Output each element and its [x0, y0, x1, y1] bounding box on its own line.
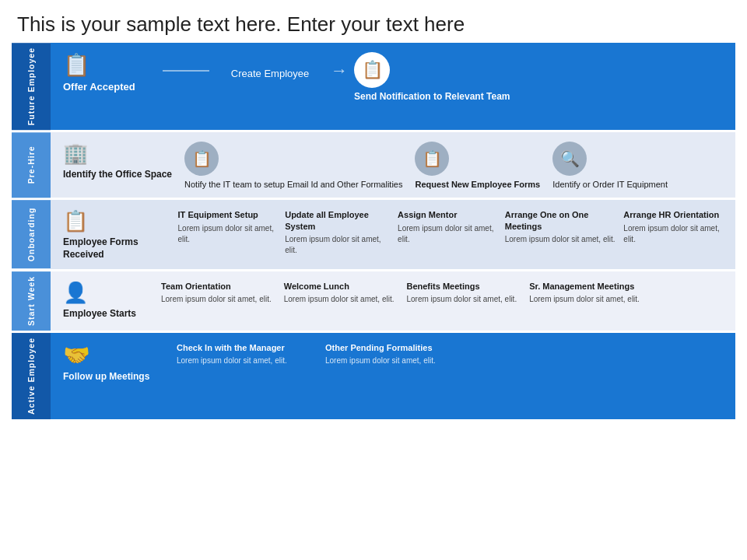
cell-update-system: Update all Employee System Lorem ipsum d…: [285, 209, 390, 256]
assign-mentor-body: Lorem ipsum dolor sit amet, elit.: [398, 223, 497, 245]
identify-order-icon: 🔍: [552, 142, 587, 176]
row-active-employee: Active Employee 🤝 Follow up Meetings Che…: [12, 333, 735, 419]
row-onboarding: Onboarding 📋 Employee Forms Received IT …: [12, 200, 735, 271]
check-in-manager-title: Check In with the Manager: [177, 342, 285, 353]
sr-management-title: Sr. Management Meetings: [529, 281, 634, 292]
body-onboarding: 📋 Employee Forms Received IT Equipment S…: [51, 200, 735, 268]
offer-accepted-icon: 📋: [63, 52, 90, 78]
cell-employee-starts: 👤 Employee Starts: [63, 281, 149, 320]
offer-accepted-title: Offer Accepted: [63, 81, 135, 93]
cell-create-employee: Create Employee: [216, 52, 324, 82]
welcome-lunch-body: Lorem ipsum dolor sit amet, elit.: [284, 294, 395, 305]
cell-request-forms: 📋 Request New Employee Forms: [415, 142, 540, 190]
other-pending-title: Other Pending Formalities: [325, 342, 433, 353]
create-employee-title: Create Employee: [231, 68, 309, 79]
label-onboarding: Onboarding: [12, 200, 51, 268]
cell-other-pending: Other Pending Formalities Lorem ipsum do…: [325, 342, 461, 366]
label-pre-hire: Pre-Hire: [12, 132, 51, 198]
arrange-hr-body: Lorem ipsum dolor sit amet, elit.: [623, 223, 723, 245]
assign-mentor-title: Assign Mentor: [398, 209, 457, 220]
body-pre-hire: 🏢 Identify the Office Space 📋 Notify the…: [51, 132, 735, 198]
cell-send-notification: 📋 Send Notification to Relevant Team: [354, 52, 510, 103]
page-title: This is your sample text here. Enter you…: [0, 0, 747, 43]
cell-offer-accepted: 📋 Offer Accepted: [63, 52, 156, 93]
arrange-meetings-title: Arrange One on One Meetings: [505, 209, 616, 232]
body-future-employee: 📋 Offer Accepted Create Employee → 📋 Sen…: [51, 43, 735, 130]
request-forms-icon: 📋: [415, 142, 449, 176]
label-future-employee: Future Employee: [12, 43, 51, 130]
team-orientation-title: Team Orientation: [161, 281, 231, 292]
cell-welcome-lunch: Welcome Lunch Lorem ipsum dolor sit amet…: [284, 281, 395, 305]
cell-follow-up-meetings: 🤝 Follow up Meetings: [63, 342, 164, 383]
row-pre-hire: Pre-Hire 🏢 Identify the Office Space 📋 N…: [12, 132, 735, 200]
sr-management-body: Lorem ipsum dolor sit amet, elit.: [529, 294, 640, 305]
cell-it-equipment: IT Equipment Setup Lorem ipsum dolor sit…: [178, 209, 278, 244]
cell-employee-forms: 📋 Employee Forms Received: [63, 209, 170, 261]
cell-arrange-meetings: Arrange One on One Meetings Lorem ipsum …: [505, 209, 616, 245]
employee-starts-title: Employee Starts: [63, 308, 136, 320]
benefits-meetings-body: Lorem ipsum dolor sit amet, elit.: [406, 294, 517, 305]
row-future-employee: Future Employee 📋 Offer Accepted Create …: [12, 43, 735, 132]
request-forms-title: Request New Employee Forms: [415, 179, 540, 190]
label-active-employee: Active Employee: [12, 333, 51, 419]
cell-identify-order-it: 🔍 Identify or Order IT Equipment: [552, 142, 668, 190]
send-notification-title: Send Notification to Relevant Team: [354, 91, 510, 103]
cell-assign-mentor: Assign Mentor Lorem ipsum dolor sit amet…: [398, 209, 497, 244]
arrange-meetings-body: Lorem ipsum dolor sit amet, elit.: [505, 234, 615, 245]
follow-up-meetings-icon: 🤝: [63, 342, 90, 368]
identify-office-icon: 🏢: [63, 142, 88, 166]
cell-team-orientation: Team Orientation Lorem ipsum dolor sit a…: [161, 281, 272, 305]
other-pending-body: Lorem ipsum dolor sit amet, elit.: [325, 355, 436, 366]
cell-arrange-hr: Arrange HR Orientation Lorem ipsum dolor…: [623, 209, 723, 244]
benefits-meetings-title: Benefits Meetings: [406, 281, 479, 292]
it-equipment-title: IT Equipment Setup: [178, 209, 258, 220]
identify-order-title: Identify or Order IT Equipment: [552, 179, 668, 190]
cell-check-in-manager: Check In with the Manager Lorem ipsum do…: [177, 342, 313, 366]
cell-notify-it: 📋 Notify the IT team to setup Email Id a…: [184, 142, 402, 190]
send-notification-icon-circle: 📋: [354, 52, 390, 88]
label-start-week: Start Week: [12, 271, 51, 331]
employee-forms-title: Employee Forms Received: [63, 236, 170, 261]
check-in-manager-body: Lorem ipsum dolor sit amet, elit.: [177, 355, 287, 366]
notify-it-icon: 📋: [184, 142, 219, 176]
arrow-1: →: [331, 61, 348, 81]
update-system-title: Update all Employee System: [285, 209, 390, 232]
cell-benefits-meetings: Benefits Meetings Lorem ipsum dolor sit …: [406, 281, 517, 305]
notify-it-title: Notify the IT team to setup Email Id and…: [184, 179, 402, 190]
cell-sr-management: Sr. Management Meetings Lorem ipsum dolo…: [529, 281, 669, 305]
row-start-week: Start Week 👤 Employee Starts Team Orient…: [12, 271, 735, 333]
follow-up-meetings-title: Follow up Meetings: [63, 371, 149, 383]
arrange-hr-title: Arrange HR Orientation: [623, 209, 719, 220]
main-content: Future Employee 📋 Offer Accepted Create …: [12, 43, 735, 419]
employee-starts-icon: 👤: [63, 281, 88, 305]
employee-forms-icon: 📋: [63, 209, 88, 233]
welcome-lunch-title: Welcome Lunch: [284, 281, 349, 292]
it-equipment-body: Lorem ipsum dolor sit amet, elit.: [178, 223, 278, 245]
body-start-week: 👤 Employee Starts Team Orientation Lorem…: [51, 271, 735, 331]
team-orientation-body: Lorem ipsum dolor sit amet, elit.: [161, 294, 272, 305]
identify-office-title: Identify the Office Space: [63, 169, 172, 181]
dash-1: [163, 70, 209, 72]
body-active-employee: 🤝 Follow up Meetings Check In with the M…: [51, 333, 735, 419]
update-system-body: Lorem ipsum dolor sit amet, elit.: [285, 234, 390, 256]
cell-identify-office: 🏢 Identify the Office Space: [63, 142, 172, 181]
